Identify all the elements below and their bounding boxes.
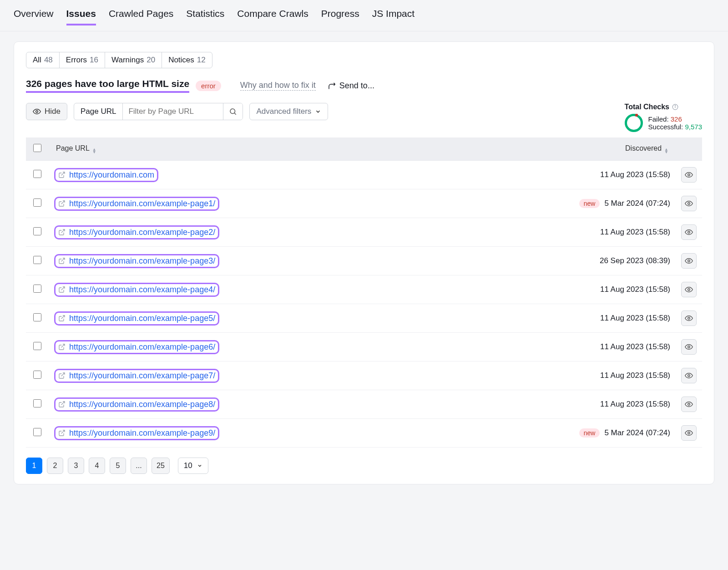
svg-line-8 (61, 201, 65, 204)
tab-statistics[interactable]: Statistics (186, 8, 224, 25)
table-row: https://yourdomain.com/example-page6/11 … (26, 333, 702, 361)
new-badge: new (579, 199, 600, 208)
tab-compare-crawls[interactable]: Compare Crawls (237, 8, 308, 25)
filter-notices[interactable]: Notices 12 (162, 52, 212, 68)
eye-icon (685, 228, 693, 236)
discovered-date: 11 Aug 2023 (15:58) (600, 400, 670, 408)
eye-icon (685, 171, 693, 179)
view-button[interactable] (681, 310, 697, 326)
page-url-link[interactable]: https://yourdomain.com/example-page5/ (69, 314, 215, 323)
select-all-checkbox[interactable] (33, 144, 41, 152)
row-checkbox[interactable] (33, 256, 41, 264)
page-url-link[interactable]: https://yourdomain.com/example-page9/ (69, 428, 215, 438)
tab-overview[interactable]: Overview (14, 8, 54, 25)
page-size-select[interactable]: 10 (178, 458, 208, 474)
svg-line-10 (61, 229, 65, 233)
discovered-date: 11 Aug 2023 (15:58) (600, 285, 670, 294)
page-3[interactable]: 3 (68, 458, 84, 474)
tab-js-impact[interactable]: JS Impact (372, 8, 415, 25)
view-button[interactable] (681, 397, 697, 412)
discovered-date: 5 Mar 2024 (07:24) (604, 428, 670, 437)
hide-button[interactable]: Hide (26, 103, 67, 120)
svg-line-14 (61, 287, 65, 290)
row-checkbox[interactable] (33, 371, 41, 379)
view-button[interactable] (681, 196, 697, 211)
info-icon[interactable] (672, 104, 678, 110)
page-2[interactable]: 2 (47, 458, 63, 474)
page-url-link[interactable]: https://yourdomain.com/example-page2/ (69, 228, 215, 237)
view-button[interactable] (681, 167, 697, 183)
external-link-icon (58, 372, 66, 379)
eye-icon (685, 343, 693, 351)
tab-issues[interactable]: Issues (66, 8, 96, 25)
eye-icon (685, 372, 693, 380)
tab-crawled-pages[interactable]: Crawled Pages (109, 8, 173, 25)
row-checkbox[interactable] (33, 428, 41, 436)
svg-line-18 (61, 344, 65, 347)
view-button[interactable] (681, 253, 697, 269)
svg-line-16 (61, 316, 65, 319)
row-checkbox[interactable] (33, 170, 41, 178)
page-url-link[interactable]: https://yourdomain.com/example-page6/ (69, 342, 215, 352)
table-row: https://yourdomain.com/example-page5/11 … (26, 304, 702, 333)
col-discovered[interactable]: Discovered▲▼ (446, 137, 676, 161)
svg-point-23 (688, 403, 690, 406)
svg-point-11 (688, 231, 690, 234)
discovered-date: 11 Aug 2023 (15:58) (600, 342, 670, 351)
filter-all[interactable]: All 48 (26, 52, 60, 68)
view-button[interactable] (681, 368, 697, 383)
view-button[interactable] (681, 425, 697, 441)
page-url-link[interactable]: https://yourdomain.com/example-page8/ (69, 400, 215, 409)
svg-point-17 (688, 317, 690, 320)
chevron-down-icon (197, 463, 202, 468)
page-url-link[interactable]: https://yourdomain.com/example-page4/ (69, 285, 215, 295)
url-filter-input[interactable] (123, 103, 223, 120)
row-checkbox[interactable] (33, 313, 41, 321)
page-4[interactable]: 4 (89, 458, 105, 474)
send-to-button[interactable]: Send to... (328, 81, 374, 91)
page-ellipsis: ... (131, 458, 147, 474)
table-row: https://yourdomain.com/example-page3/26 … (26, 247, 702, 275)
external-link-icon (58, 315, 66, 322)
svg-line-22 (61, 402, 65, 405)
svg-line-24 (61, 430, 65, 433)
page-url-link[interactable]: https://yourdomain.com/example-page3/ (69, 256, 215, 266)
filter-warnings[interactable]: Warnings 20 (105, 52, 162, 68)
col-page-url[interactable]: Page URL▲▼ (49, 137, 446, 161)
page-url-link[interactable]: https://yourdomain.com/example-page7/ (69, 371, 215, 381)
eye-icon (685, 400, 693, 408)
svg-line-6 (61, 172, 65, 175)
row-checkbox[interactable] (33, 285, 41, 293)
how-to-fix-link[interactable]: Why and how to fix it (240, 81, 316, 91)
svg-point-1 (230, 109, 235, 114)
share-icon (328, 81, 336, 90)
total-checks: Total Checks Failed: 326 Successful: 9,5… (625, 103, 702, 132)
discovered-date: 11 Aug 2023 (15:58) (600, 314, 670, 322)
page-5[interactable]: 5 (110, 458, 126, 474)
view-button[interactable] (681, 282, 697, 297)
table-row: https://yourdomain.com/example-page1/new… (26, 189, 702, 218)
eye-icon (685, 199, 693, 208)
view-button[interactable] (681, 224, 697, 240)
row-checkbox[interactable] (33, 342, 41, 350)
page-1[interactable]: 1 (26, 458, 42, 474)
row-checkbox[interactable] (33, 198, 41, 207)
svg-point-13 (688, 260, 690, 262)
search-button[interactable] (223, 103, 243, 120)
discovered-date: 11 Aug 2023 (15:58) (600, 228, 670, 236)
page-url-link[interactable]: https://yourdomain.com/example-page1/ (69, 199, 215, 209)
row-checkbox[interactable] (33, 399, 41, 407)
external-link-icon (58, 286, 66, 293)
view-button[interactable] (681, 339, 697, 355)
svg-line-2 (234, 113, 236, 115)
svg-point-9 (688, 203, 690, 205)
eye-icon (685, 314, 693, 322)
page-25[interactable]: 25 (152, 458, 170, 474)
filter-errors[interactable]: Errors 16 (60, 52, 105, 68)
tab-progress[interactable]: Progress (321, 8, 359, 25)
page-url-link[interactable]: https://yourdomain.com (69, 170, 154, 180)
new-badge: new (579, 428, 600, 438)
chevron-down-icon (315, 108, 321, 115)
row-checkbox[interactable] (33, 227, 41, 235)
advanced-filters-button[interactable]: Advanced filters (249, 103, 328, 120)
